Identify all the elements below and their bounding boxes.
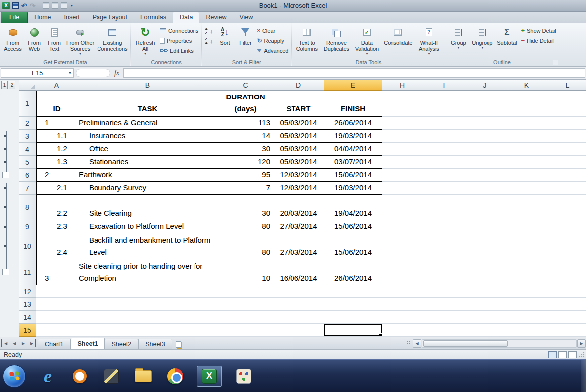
- cell-E6[interactable]: 15/06/2014: [324, 169, 382, 182]
- empty-cells[interactable]: [36, 324, 324, 337]
- save-icon[interactable]: [12, 2, 19, 9]
- file-explorer-taskbar-icon[interactable]: [133, 365, 153, 387]
- row-header-4[interactable]: 4: [19, 143, 36, 156]
- empty-cells[interactable]: [382, 143, 586, 156]
- cell-B8[interactable]: Site Clearing: [77, 195, 218, 220]
- row-header-1[interactable]: 1: [19, 91, 36, 117]
- cell-E4[interactable]: 04/04/2014: [324, 143, 382, 156]
- connections-button[interactable]: Connections: [158, 26, 200, 35]
- empty-cells[interactable]: [382, 130, 586, 143]
- cell-A6[interactable]: 2: [36, 169, 77, 182]
- qat-extra-icon-1[interactable]: [43, 2, 49, 9]
- refresh-all-button[interactable]: ↻ Refresh All ▼: [132, 24, 158, 57]
- cell-D11[interactable]: 16/06/2014: [273, 259, 324, 285]
- cell-B10[interactable]: Backfill and embankment to Platform Leve…: [77, 233, 218, 259]
- column-header-B[interactable]: B: [77, 80, 218, 91]
- cell-C7[interactable]: 7: [218, 182, 273, 195]
- subtotal-button[interactable]: Σ Subtotal: [494, 24, 519, 57]
- cell-C8[interactable]: 30: [218, 195, 273, 220]
- column-header-I[interactable]: I: [423, 80, 465, 91]
- row-header-8[interactable]: 8: [19, 195, 36, 220]
- cell-B4[interactable]: Office: [77, 143, 218, 156]
- resize-grip[interactable]: [578, 351, 585, 358]
- tab-data[interactable]: Data: [173, 12, 199, 23]
- page-break-view-button[interactable]: [568, 351, 577, 358]
- first-sheet-button[interactable]: ◀: [1, 339, 9, 347]
- empty-cells[interactable]: [382, 195, 586, 220]
- cell-E10[interactable]: 15/06/2014: [324, 233, 382, 259]
- cell-E11[interactable]: 26/06/2014: [324, 259, 382, 285]
- column-header-D[interactable]: D: [273, 80, 324, 91]
- from-web-button[interactable]: From Web: [24, 24, 44, 57]
- column-header-L[interactable]: L: [549, 80, 586, 91]
- empty-cells[interactable]: [36, 311, 382, 324]
- tab-split-handle[interactable]: [407, 340, 411, 346]
- page-layout-view-button[interactable]: [558, 351, 567, 358]
- empty-cells[interactable]: [382, 220, 586, 233]
- cell-C1[interactable]: DURATION (days): [218, 91, 273, 117]
- excel-taskbar-button-active[interactable]: X: [197, 366, 222, 387]
- show-detail-button[interactable]: + Show Detail: [519, 26, 557, 35]
- tab-page-layout[interactable]: Page Layout: [86, 12, 134, 23]
- cell-A10[interactable]: 2.4: [36, 233, 77, 259]
- qat-customize-dropdown-icon[interactable]: ▼: [70, 4, 73, 7]
- scrollbar-track[interactable]: [422, 339, 577, 348]
- cell-C4[interactable]: 30: [218, 143, 273, 156]
- cell-C10[interactable]: 80: [218, 233, 273, 259]
- column-header-E[interactable]: E: [324, 80, 382, 91]
- cell-A8[interactable]: 2.2: [36, 195, 77, 220]
- cell-E2[interactable]: 26/06/2014: [324, 117, 382, 130]
- properties-button[interactable]: Properties: [158, 36, 200, 45]
- remove-duplicates-button[interactable]: Remove Duplicates: [321, 24, 352, 57]
- cell-C6[interactable]: 95: [218, 169, 273, 182]
- name-box-dropdown-icon[interactable]: ▼: [68, 71, 72, 75]
- what-if-analysis-button[interactable]: ? What-If Analysis ▼: [414, 24, 443, 57]
- from-access-button[interactable]: From Access: [1, 24, 24, 57]
- collapse-group-2-button[interactable]: −: [2, 269, 9, 275]
- cell-E1[interactable]: FINISH: [324, 91, 382, 117]
- cell-C9[interactable]: 80: [218, 220, 273, 233]
- notes-app-taskbar-icon[interactable]: [101, 365, 121, 387]
- row-header-10[interactable]: 10: [19, 233, 36, 259]
- cell-E8[interactable]: 19/04/2014: [324, 195, 382, 220]
- sort-ascending-button[interactable]: AZ ↓: [203, 27, 214, 35]
- existing-connections-button[interactable]: Existing Connections: [96, 24, 129, 57]
- paint-taskbar-icon[interactable]: [234, 365, 254, 387]
- cell-D4[interactable]: 05/03/2014: [273, 143, 324, 156]
- row-header-15[interactable]: 15: [19, 324, 36, 337]
- empty-cells[interactable]: [382, 169, 586, 182]
- next-sheet-button[interactable]: ▶: [19, 339, 27, 347]
- start-button[interactable]: [3, 365, 26, 388]
- tab-view[interactable]: View: [233, 12, 259, 23]
- empty-cells[interactable]: [382, 285, 586, 298]
- data-validation-button[interactable]: ✓ Data Validation ▼: [352, 24, 382, 57]
- show-desktop-button[interactable]: [581, 360, 586, 392]
- cell-A4[interactable]: 1.2: [36, 143, 77, 156]
- sort-button[interactable]: AZ ↓ Sort: [214, 24, 235, 57]
- cell-D1[interactable]: START: [273, 91, 324, 117]
- cell-B1[interactable]: TASK: [77, 91, 218, 117]
- formula-input[interactable]: [123, 68, 585, 78]
- selected-cell-E15[interactable]: [324, 324, 382, 337]
- row-header-5[interactable]: 5: [19, 156, 36, 169]
- cell-A7[interactable]: 2.1: [36, 182, 77, 195]
- column-header-J[interactable]: J: [465, 80, 504, 91]
- sheet-tab-chart1[interactable]: Chart1: [38, 339, 71, 349]
- cell-D5[interactable]: 05/03/2014: [273, 156, 324, 169]
- cell-B2[interactable]: Preliminaries & General: [77, 117, 218, 130]
- row-header-14[interactable]: 14: [19, 311, 36, 324]
- cell-D8[interactable]: 20/03/2014: [273, 195, 324, 220]
- excel-app-icon[interactable]: X: [2, 2, 10, 9]
- column-header-K[interactable]: K: [504, 80, 549, 91]
- cell-C11[interactable]: 10: [218, 259, 273, 285]
- outline-dialog-launcher[interactable]: [553, 60, 558, 65]
- tab-file[interactable]: File: [1, 12, 28, 23]
- empty-cells[interactable]: [382, 259, 586, 285]
- advanced-button[interactable]: Advanced: [255, 46, 290, 55]
- cell-D6[interactable]: 12/03/2014: [273, 169, 324, 182]
- filter-button[interactable]: Filter: [235, 24, 255, 57]
- row-header-3[interactable]: 3: [19, 130, 36, 143]
- last-sheet-button[interactable]: ▶: [28, 339, 36, 347]
- cell-D3[interactable]: 05/03/2014: [273, 130, 324, 143]
- redo-icon[interactable]: ↷: [30, 2, 36, 9]
